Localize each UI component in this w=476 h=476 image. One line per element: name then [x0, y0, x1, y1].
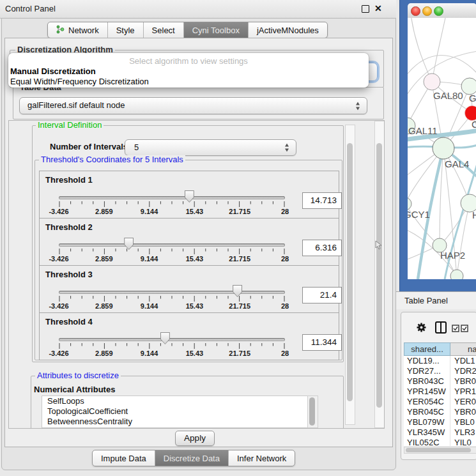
mouse-cursor — [374, 240, 382, 253]
stepper-arrows-icon — [285, 144, 289, 152]
tick-label: 9.144 — [141, 302, 158, 310]
table-row[interactable]: YER054CYER0 — [404, 397, 476, 407]
table-cell: YDL19... — [404, 356, 450, 366]
table-row[interactable]: YDR27...YDR2 — [404, 366, 476, 376]
tick-label: 9.144 — [141, 255, 158, 263]
threshold-coordinates-title: Threshold's Coordinates for 5 Intervals — [39, 155, 185, 164]
tab-infer-network[interactable]: Infer Network — [229, 450, 295, 466]
table-row[interactable]: YBR045CYBR0 — [404, 407, 476, 417]
threshold-value-box[interactable]: 21.4 — [302, 287, 342, 303]
threshold-label: Threshold 3 — [45, 270, 93, 279]
table-cell: YBL0 — [450, 417, 476, 427]
inner-scrollbar[interactable] — [345, 125, 355, 425]
screen: Control Panel ✕ Network Style Select Cyn… — [0, 0, 476, 476]
tick-label: 21.715 — [229, 349, 250, 357]
table-panel-titlebar: Table Panel — [396, 291, 476, 309]
table-cell: YLR345W — [404, 427, 450, 438]
zoom-traffic-light-icon[interactable] — [434, 6, 443, 16]
table-cell: YDR2 — [450, 366, 476, 376]
table-rows: YDL19...YDL1YDR27...YDR2YBR043CYBR0YPR14… — [404, 356, 476, 446]
list-scrollbar[interactable] — [307, 395, 318, 428]
gear-icon[interactable] — [416, 322, 427, 335]
control-panel-title: Control Panel — [5, 0, 56, 18]
slider-ticks — [59, 201, 285, 207]
threshold-panel: Threshold 2 -3.4262.8599.14415.4321.7152… — [39, 218, 339, 266]
threshold-slider-track[interactable] — [59, 291, 285, 294]
table-row[interactable]: YLR345WYLR3 — [404, 427, 476, 438]
minimize-traffic-light-icon[interactable] — [422, 6, 432, 16]
network-window: GAL80 GA C GAL11 GAL4 GCY1 H HAP2 — [399, 0, 476, 291]
tick-label: -3.426 — [49, 255, 68, 263]
table-row[interactable]: YIL052CYIL0 — [404, 438, 476, 446]
number-of-intervals-label: Number of Intervals — [50, 142, 128, 151]
table-row[interactable]: YBL079WYBL0 — [404, 417, 476, 427]
table-row[interactable]: YPR145WYPR1 — [404, 387, 476, 397]
node-gal4[interactable] — [433, 137, 454, 159]
tick-label: -3.426 — [49, 302, 68, 310]
stepper-arrows-icon — [356, 102, 360, 110]
outer-scrollbar[interactable] — [374, 121, 385, 428]
tab-style[interactable]: Style — [108, 22, 144, 38]
node-bottom[interactable] — [450, 270, 463, 279]
slider-ticks — [59, 343, 285, 349]
node-gcy1[interactable] — [408, 197, 411, 210]
dropdown-option[interactable]: Equal Width/Frequency Discretization — [10, 77, 149, 86]
tab-impute-data[interactable]: Impute Data — [93, 450, 155, 466]
interval-definition-title: Interval Definition — [36, 121, 104, 129]
close-traffic-light-icon[interactable] — [411, 6, 420, 16]
tab-jactivemnodules[interactable]: jActiveMNodules — [249, 22, 327, 38]
scrollbar-thumb[interactable] — [309, 397, 315, 426]
dropdown-placeholder: Select algorithm to view settings — [8, 56, 369, 66]
list-item[interactable]: SelfLoops — [42, 396, 308, 406]
node-label: HAP2 — [440, 250, 465, 261]
threshold-label: Threshold 1 — [45, 175, 93, 185]
table-row[interactable]: YDL19...YDL1 — [404, 356, 476, 366]
scrollbar-thumb[interactable] — [406, 448, 471, 452]
attributes-title: Attributes to discretize — [35, 371, 121, 380]
threshold-value-box[interactable]: 11.344 — [302, 334, 342, 351]
column-header-name[interactable]: na — [450, 342, 476, 356]
bottom-tab-bar: Impute Data Discretize Data Infer Networ… — [92, 450, 295, 466]
network-canvas[interactable]: GAL80 GA C GAL11 GAL4 GCY1 H HAP2 — [408, 18, 476, 279]
tab-label: Network — [68, 26, 99, 35]
tick-label: 2.859 — [95, 208, 113, 215]
threshold-value-box[interactable]: 6.316 — [302, 240, 342, 256]
split-columns-icon[interactable] — [435, 321, 447, 334]
table-row[interactable]: YBR043CYBR0 — [404, 376, 476, 387]
tick-label: 15.43 — [186, 208, 204, 215]
threshold-panel: Threshold 1 -3.4262.8599.14415.4321.7152… — [39, 171, 339, 219]
scrollbar-thumb[interactable] — [347, 143, 353, 401]
threshold-slider-track[interactable] — [59, 243, 285, 247]
select-columns-icon[interactable] — [452, 323, 468, 335]
horizontal-scrollbar[interactable] — [404, 447, 476, 454]
tick-label: 9.144 — [141, 208, 158, 215]
threshold-slider-track[interactable] — [59, 196, 285, 199]
tick-label: 15.43 — [186, 255, 204, 263]
threshold-value-box[interactable]: 14.713 — [302, 192, 342, 209]
node-gal80[interactable] — [424, 73, 440, 90]
scrollbar-thumb[interactable] — [376, 143, 382, 408]
table-data-combobox[interactable]: galFiltered.sif default node — [19, 97, 367, 114]
tab-label: Impute Data — [101, 454, 146, 463]
apply-button[interactable]: Apply — [175, 431, 215, 446]
network-graph: GAL80 GA C GAL11 GAL4 GCY1 H HAP2 — [408, 18, 476, 279]
number-of-intervals-combobox[interactable]: 5 — [125, 139, 296, 156]
threshold-slider-track[interactable] — [59, 338, 285, 341]
tab-cyni-toolbox[interactable]: Cyni Toolbox — [184, 22, 249, 38]
dropdown-option[interactable]: Manual Discretization — [10, 66, 96, 76]
tab-network[interactable]: Network — [48, 22, 108, 38]
float-window-icon[interactable] — [362, 5, 369, 13]
network-window-titlebar[interactable] — [408, 3, 476, 19]
tab-label: jActiveMNodules — [257, 26, 319, 35]
tick-label: 15.43 — [186, 349, 204, 357]
column-header-shared-name[interactable]: shared... — [404, 342, 450, 356]
list-item[interactable]: BetweennessCentrality — [42, 417, 308, 427]
tab-select[interactable]: Select — [144, 22, 184, 38]
table-cell: YDL1 — [450, 356, 476, 366]
table-cell: YER0 — [450, 397, 476, 407]
close-icon[interactable]: ✕ — [374, 3, 382, 13]
tab-discretize-data[interactable]: Discretize Data — [155, 450, 229, 466]
numerical-attributes-heading: Numerical Attributes — [34, 385, 115, 394]
list-item[interactable]: TopologicalCoefficient — [42, 406, 308, 417]
tab-label: Cyni Toolbox — [192, 26, 240, 35]
